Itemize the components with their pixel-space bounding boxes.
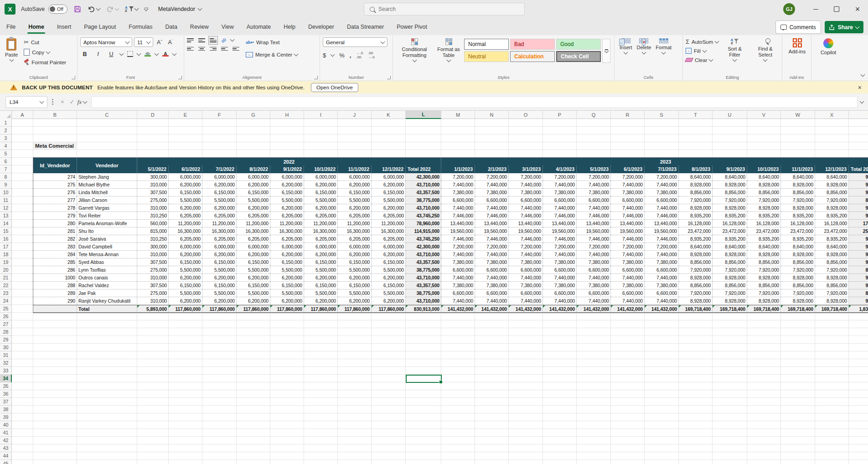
copilot-button[interactable]: Copilot [814,37,842,57]
cell-value[interactable]: 7,380,000 [543,189,577,196]
cell-value[interactable]: 7,200,000 [543,243,577,251]
cell-value[interactable]: 6,200,000 [202,251,237,258]
accounting-dropdown-icon[interactable] [331,52,335,57]
row-header-17[interactable]: 17 [0,243,12,251]
tab-page-layout[interactable]: Page Layout [78,18,122,35]
cell-total-2023[interactable]: 96,720,000 [849,297,868,305]
increase-indent-button[interactable] [232,46,239,52]
cell-value[interactable]: 275,000 [137,266,169,274]
cell-value[interactable]: 19,560,000 [645,227,679,235]
column-header-T[interactable]: T [679,111,713,119]
conditional-formatting-button[interactable]: Conditional Formatting [396,37,433,63]
cell-value[interactable]: 6,200,000 [372,274,406,282]
tab-file[interactable]: File [0,18,22,35]
cell-value[interactable]: 6,150,000 [237,189,270,196]
name-box[interactable]: L34 [5,96,47,108]
cell-value[interactable]: 6,150,000 [270,189,304,196]
cell-value[interactable]: 7,440,000 [441,274,475,282]
cell-value[interactable]: 5,500,000 [169,266,202,274]
cell-total-2022[interactable]: 42,300,000 [406,243,441,251]
cell-total-2022[interactable]: 43,745,250 [406,212,441,220]
cell-value[interactable]: 7,920,000 [713,289,747,297]
cell-value[interactable]: 6,200,000 [338,251,372,258]
sort-az-button[interactable]: AZ [125,6,138,12]
cell-total-2023[interactable]: 174,720,000 [849,220,868,227]
cell-value[interactable]: 8,640,000 [747,243,781,251]
cell-value[interactable]: 6,200,000 [304,297,338,305]
row-header-45[interactable]: 45 [0,460,12,464]
customize-toolbar-button[interactable] [145,8,148,10]
tab-help[interactable]: Help [277,18,302,35]
cell-value[interactable]: 6,200,000 [237,251,270,258]
cell-value[interactable]: 8,928,000 [747,251,781,258]
cell-value[interactable]: 7,920,000 [747,196,781,204]
italic-button[interactable]: I [93,51,103,57]
cell-value[interactable]: 6,000,000 [202,173,237,181]
cell-value[interactable]: 6,000,000 [372,243,406,251]
cell-value[interactable]: 16,128,000 [679,220,713,227]
column-header-A[interactable]: A [12,111,33,119]
cell-value[interactable]: 11,200,000 [270,220,304,227]
cell-total-2022[interactable]: 114,915,000 [406,227,441,235]
tab-home[interactable]: Home [22,18,51,35]
column-header-Q[interactable]: Q [577,111,611,119]
cell-value[interactable]: 6,200,000 [169,251,202,258]
cell-value[interactable]: 7,920,000 [781,289,815,297]
row-header-13[interactable]: 13 [0,212,12,220]
cell-value[interactable]: 8,928,000 [679,251,713,258]
cell-value[interactable]: 6,600,000 [543,266,577,274]
cell-value[interactable]: 7,440,000 [475,251,509,258]
cell-total-value[interactable]: 141,432,000 [441,305,475,313]
cell-value[interactable]: 310,000 [137,297,169,305]
tab-formulas[interactable]: Formulas [122,18,159,35]
cell-value[interactable]: 307,500 [137,189,169,196]
column-header-N[interactable]: N [475,111,509,119]
style-normal[interactable]: Normal [464,39,509,50]
fill-button[interactable]: ↓Fill [686,46,718,55]
cell-value[interactable]: 7,440,000 [543,251,577,258]
cell-value[interactable]: 6,150,000 [372,258,406,266]
cell-value[interactable]: 6,205,000 [202,212,237,220]
cell-value[interactable]: 8,935,200 [713,235,747,243]
accounting-format-button[interactable]: $ [323,52,326,59]
cell-value[interactable]: 7,920,000 [747,289,781,297]
cell-value[interactable]: 19,560,000 [441,227,475,235]
cell-vendor-name[interactable]: Jae Pak [77,289,137,297]
cell-value[interactable]: 6,200,000 [270,251,304,258]
row-header-28[interactable]: 28 [0,328,12,336]
cell-total-value[interactable]: 117,860,000 [304,305,338,313]
cell-value[interactable]: 8,935,200 [747,235,781,243]
cell-total-value[interactable]: 117,860,000 [270,305,304,313]
cell-total-2022[interactable]: 43,710,000 [406,274,441,282]
bold-button[interactable]: B [80,51,89,57]
cell-total-2022[interactable]: 43,710,000 [406,251,441,258]
format-painter-button[interactable]: Format Painter [24,57,66,67]
row-header-2[interactable]: 2 [0,127,12,134]
cell-value[interactable]: 6,600,000 [441,289,475,297]
cell-value[interactable]: 7,380,000 [577,189,611,196]
cell-value[interactable]: 7,440,000 [475,274,509,282]
cell-value[interactable]: 275,000 [137,196,169,204]
tab-review[interactable]: Review [184,18,215,35]
cell-value[interactable]: 5,500,000 [338,289,372,297]
cell-total-2022[interactable]: 43,357,500 [406,189,441,196]
undo-dropdown-icon[interactable] [96,6,101,11]
cell-vendor-name[interactable]: Pamela Ansman-Wolfe [77,220,137,227]
cell-id[interactable]: 284 [33,251,77,258]
cell-total-2022[interactable]: 43,710,000 [406,204,441,212]
cell-value[interactable]: 16,300,000 [237,227,270,235]
column-header-P[interactable]: P [543,111,577,119]
cell-value[interactable]: 8,928,000 [713,297,747,305]
cell-total-2022[interactable]: 43,357,500 [406,258,441,266]
cell-value[interactable]: 6,600,000 [645,289,679,297]
cell-total-2023[interactable]: 85,800,000 [849,289,868,297]
row-header-1[interactable]: 1 [0,119,12,127]
cancel-entry-button[interactable]: × [61,98,64,105]
cell-value[interactable]: 7,920,000 [679,266,713,274]
cell-value[interactable]: 5,500,000 [270,266,304,274]
cell-total-value[interactable]: 117,860,000 [372,305,406,313]
cell-value[interactable]: 8,928,000 [781,297,815,305]
account-avatar[interactable]: GJ [783,3,795,15]
cell-total-2023[interactable]: 254,280,000 [849,227,868,235]
cell-total-2023[interactable]: 85,800,000 [849,196,868,204]
